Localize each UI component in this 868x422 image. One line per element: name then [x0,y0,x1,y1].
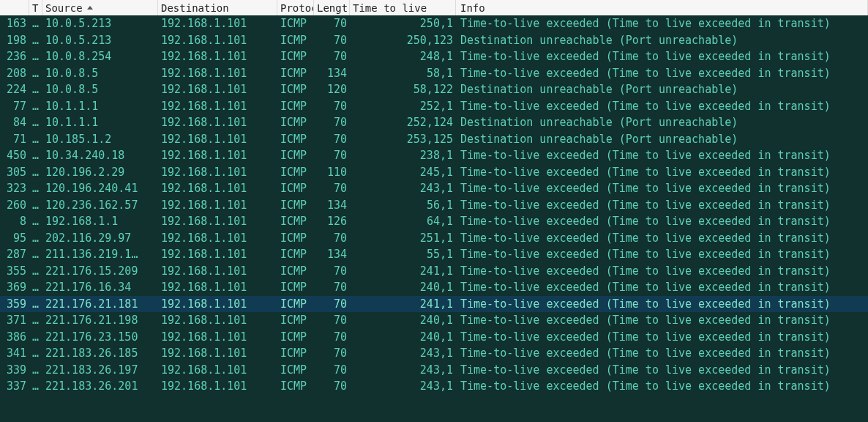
table-row[interactable]: 236…10.0.8.254192.168.1.101ICMP70248,1Ti… [0,48,868,65]
cell-ttl: 241,1 [350,264,456,278]
cell-destination: 192.168.1.101 [158,133,277,146]
cell-length: 70 [314,232,350,245]
table-row[interactable]: 208…10.0.8.5192.168.1.101ICMP13458,1Time… [0,65,868,82]
cell-protocol: ICMP [277,347,314,360]
cell-info: Destination unreachable (Port unreachabl… [456,83,868,96]
table-row[interactable]: 323…120.196.240.41192.168.1.101ICMP70243… [0,180,868,197]
cell-ttl: 250,123 [350,34,456,47]
cell-info: Time-to-live exceeded (Time to live exce… [456,182,868,195]
cell-ttl: 243,1 [350,347,456,360]
cell-ttl: 252,1 [350,100,456,113]
table-row[interactable]: 163…10.0.5.213192.168.1.101ICMP70250,1Ti… [0,15,868,32]
column-header-destination[interactable]: Destination [158,0,277,15]
cell-protocol: ICMP [277,380,314,393]
table-row[interactable]: 341…221.183.26.185192.168.1.101ICMP70243… [0,345,868,362]
cell-protocol: ICMP [277,34,314,47]
cell-source: 10.34.240.18 [42,149,158,162]
cell-ttl: 243,1 [350,182,456,195]
cell-number: 337 [0,380,29,393]
cell-info: Time-to-live exceeded (Time to live exce… [456,199,868,212]
cell-time: … [29,232,42,245]
cell-time: … [29,17,42,30]
cell-ttl: 240,1 [350,281,456,294]
column-header-time[interactable]: T [29,0,42,15]
table-row[interactable]: 84…10.1.1.1192.168.1.101ICMP70252,124Des… [0,114,868,131]
table-row[interactable]: 339…221.183.26.197192.168.1.101ICMP70243… [0,362,868,379]
cell-number: 341 [0,347,29,360]
table-row[interactable]: 371…221.176.21.198192.168.1.101ICMP70240… [0,312,868,329]
packet-list-table[interactable]: T Source Destination Protoc Lengt Time t… [0,0,868,395]
cell-length: 70 [314,297,350,311]
cell-source: 221.176.21.198 [42,314,158,327]
cell-length: 70 [314,100,350,113]
cell-destination: 192.168.1.101 [158,116,277,129]
cell-source: 10.0.5.213 [42,17,158,30]
column-header-source[interactable]: Source [42,0,158,15]
cell-length: 70 [314,116,350,129]
cell-time: … [29,116,42,129]
cell-time: … [29,199,42,212]
cell-info: Time-to-live exceeded (Time to live exce… [456,166,868,179]
table-row[interactable]: 77…10.1.1.1192.168.1.101ICMP70252,1Time-… [0,98,868,115]
table-row[interactable]: 355…221.176.15.209192.168.1.101ICMP70241… [0,263,868,280]
cell-source: 202.116.29.97 [42,232,158,245]
cell-source: 120.196.240.41 [42,182,158,195]
cell-protocol: ICMP [277,67,314,80]
cell-length: 110 [314,166,350,179]
cell-time: … [29,133,42,146]
cell-protocol: ICMP [277,83,314,96]
table-row[interactable]: 71…10.185.1.2192.168.1.101ICMP70253,125D… [0,131,868,148]
cell-ttl: 251,1 [350,232,456,245]
table-row[interactable]: 224…10.0.8.5192.168.1.101ICMP12058,122De… [0,81,868,98]
cell-length: 70 [314,182,350,195]
table-row[interactable]: 198…10.0.5.213192.168.1.101ICMP70250,123… [0,32,868,49]
cell-protocol: ICMP [277,133,314,146]
column-header-number[interactable] [0,0,29,15]
table-row[interactable]: 386…221.176.23.150192.168.1.101ICMP70240… [0,329,868,346]
cell-destination: 192.168.1.101 [158,330,277,344]
table-row[interactable]: 359…221.176.21.181192.168.1.101ICMP70241… [0,296,868,313]
cell-source: 221.183.26.185 [42,347,158,360]
cell-source: 221.176.15.209 [42,264,158,278]
cell-destination: 192.168.1.101 [158,347,277,360]
cell-source: 221.183.26.197 [42,363,158,377]
cell-destination: 192.168.1.101 [158,264,277,278]
table-row[interactable]: 450…10.34.240.18192.168.1.101ICMP70238,1… [0,147,868,164]
cell-time: … [29,297,42,311]
cell-info: Time-to-live exceeded (Time to live exce… [456,363,868,377]
cell-source: 221.183.26.201 [42,380,158,393]
table-row[interactable]: 369…221.176.16.34192.168.1.101ICMP70240,… [0,279,868,296]
packet-list-body[interactable]: 163…10.0.5.213192.168.1.101ICMP70250,1Ti… [0,15,868,395]
cell-length: 134 [314,67,350,80]
cell-protocol: ICMP [277,264,314,278]
column-header-info[interactable]: Info [456,0,868,15]
cell-protocol: ICMP [277,232,314,245]
column-header-protocol[interactable]: Protoc [277,0,314,15]
column-header-ttl[interactable]: Time to live [350,0,456,15]
cell-length: 134 [314,248,350,261]
table-row[interactable]: 287…211.136.219.1…192.168.1.101ICMP13455… [0,246,868,263]
table-row[interactable]: 305…120.196.2.29192.168.1.101ICMP110245,… [0,164,868,181]
cell-info: Time-to-live exceeded (Time to live exce… [456,215,868,228]
cell-info: Time-to-live exceeded (Time to live exce… [456,232,868,245]
table-row[interactable]: 337…221.183.26.201192.168.1.101ICMP70243… [0,378,868,395]
cell-destination: 192.168.1.101 [158,281,277,294]
table-row[interactable]: 260…120.236.162.57192.168.1.101ICMP13456… [0,197,868,214]
cell-protocol: ICMP [277,248,314,261]
cell-info: Time-to-live exceeded (Time to live exce… [456,281,868,294]
cell-ttl: 238,1 [350,149,456,162]
cell-time: … [29,67,42,80]
table-row[interactable]: 95…202.116.29.97192.168.1.101ICMP70251,1… [0,230,868,247]
cell-ttl: 58,122 [350,83,456,96]
cell-source: 10.1.1.1 [42,116,158,129]
column-header-length[interactable]: Lengt [314,0,350,15]
cell-length: 70 [314,281,350,294]
cell-number: 208 [0,67,29,80]
table-row[interactable]: 8…192.168.1.1192.168.1.101ICMP12664,1Tim… [0,213,868,230]
cell-destination: 192.168.1.101 [158,149,277,162]
cell-source: 221.176.23.150 [42,330,158,344]
cell-info: Time-to-live exceeded (Time to live exce… [456,149,868,162]
cell-length: 70 [314,17,350,30]
cell-destination: 192.168.1.101 [158,83,277,96]
cell-info: Time-to-live exceeded (Time to live exce… [456,50,868,63]
